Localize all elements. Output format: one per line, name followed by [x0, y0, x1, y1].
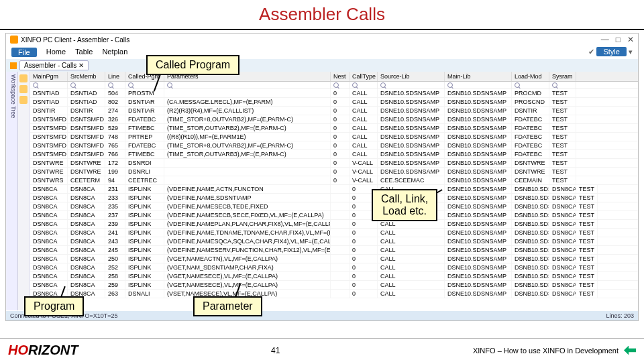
table-row[interactable]: DSNTSMFDDSNTSMFD766FTIMEBC(TIME_STOR,OUT… — [30, 150, 638, 159]
table-row[interactable]: DSNTIADDSNTIAD802DSNTIAR(CA.MESSAGE.LREC… — [30, 98, 638, 107]
col-source-lib[interactable]: Source-Lib — [378, 72, 445, 81]
col-nest[interactable]: Nest — [331, 72, 350, 81]
statusbar: Connected to POSE1, XINFO=X10T=25 Lines:… — [6, 311, 638, 320]
maximize-icon[interactable]: □ — [616, 35, 621, 44]
tool-icon-3[interactable] — [19, 96, 28, 104]
footer-brand: HORIZONT — [8, 343, 78, 358]
app-icon — [10, 36, 18, 44]
nav-back-icon[interactable] — [624, 346, 636, 355]
table-row[interactable]: DSN8CADSN8CA241ISPLINK(VDEFINE,NAME,TDNA… — [30, 229, 638, 237]
table-row[interactable]: DSN8CADSN8CA233ISPLINK(VDEFINE,NAME,SDSN… — [30, 194, 638, 202]
menu-home[interactable]: Home — [46, 48, 66, 57]
table-row[interactable]: DSNTIRDSNTIR274DSNTIAR(R2)(R3)(R4),MF=(E… — [30, 107, 638, 115]
col-srcmemb[interactable]: SrcMemb — [68, 72, 105, 81]
filter-mainpgm[interactable] — [30, 82, 68, 88]
app-window: XINFO PC Client - Assembler - Calls — □ … — [5, 33, 639, 321]
table-row[interactable]: DSN8CADSN8CA259ISPLINK(VGET,NAMESECE),VL… — [30, 281, 638, 290]
menu-table[interactable]: Table — [75, 48, 93, 57]
close-icon[interactable]: ✕ — [627, 35, 634, 44]
sidebar-workspace-tree[interactable]: Workspace Tree — [6, 72, 18, 310]
filter-called-pgm[interactable] — [125, 82, 164, 88]
filter-load-mod[interactable] — [512, 82, 549, 88]
table-row[interactable]: DSN8CADSN8CA258ISPLINK(VGET,NAMESECE),VL… — [30, 272, 638, 281]
grid-filter-row — [30, 82, 638, 89]
menubar: File Home Table Netplan ✔ Style ▾ — [6, 46, 638, 59]
workspace: Workspace Tree MainPgmSrcMembLineCalled-… — [6, 72, 638, 310]
table-row[interactable]: DSN8CADSN8CA239ISPLINK(VDEFINE,NAMEPLAN,… — [30, 220, 638, 229]
table-row[interactable]: DSNTSMFDDSNTSMFD765FDATEBC(TIME_STOR+8,O… — [30, 141, 638, 150]
sidebar-tool-icons — [18, 72, 30, 310]
col-mainpgm[interactable]: MainPgm — [30, 72, 68, 81]
table-row[interactable]: DSN8CADSN8CA245ISPLINK(VDEFINE,NAMESERV,… — [30, 246, 638, 255]
table-row[interactable]: DSN8CADSN8CA235ISPLINK(VDEFINE,NAMESECB,… — [30, 202, 638, 211]
window-title: XINFO PC Client - Assembler - Calls — [21, 36, 129, 44]
grid-body: DSNTIADDSNTIAD504PROSTM0CALLDSNE10.SDSNS… — [30, 89, 638, 298]
tab-assembler-calls[interactable]: Assembler - Calls ✕ — [19, 60, 89, 70]
table-row[interactable]: DSNTSMFDDSNTSMFD748PRTREP((R8)(R10)),MF=… — [30, 133, 638, 141]
menu-file[interactable]: File — [11, 48, 37, 57]
callout-parameter: Parameter — [193, 296, 262, 316]
filter-nest[interactable] — [331, 82, 350, 88]
titlebar: XINFO PC Client - Assembler - Calls — □ … — [6, 34, 638, 46]
tool-icon-2[interactable] — [19, 85, 28, 93]
callout-called-program: Called Program — [146, 55, 239, 75]
status-right: Lines: 203 — [606, 312, 634, 319]
grid-header: MainPgmSrcMembLineCalled-PgmParametersNe… — [30, 72, 638, 82]
tool-icon-1[interactable] — [19, 74, 28, 82]
table-row[interactable]: DSN8CADSN8CA243ISPLINK(VDEFINE,NAMESQCA,… — [30, 237, 638, 246]
tree-icon[interactable] — [10, 62, 17, 69]
table-row[interactable]: DSN8CADSN8CA231ISPLINK(VDEFINE,NAME,ACTN… — [30, 185, 638, 194]
menu-style[interactable]: ✔ Style ▾ — [588, 48, 633, 57]
col-main-lib[interactable]: Main-Lib — [445, 72, 512, 81]
tabbar: Assembler - Calls ✕ — [6, 59, 638, 72]
filter-parameters[interactable] — [164, 82, 331, 88]
table-row[interactable]: DSNTSMFDDSNTSMFD326FDATEBC(TIME_STOR+8,O… — [30, 115, 638, 124]
menu-netplan[interactable]: Netplan — [102, 48, 127, 57]
filter-source-lib[interactable] — [378, 82, 445, 88]
table-row[interactable]: DSNTWREDSNTWRE172DSNRDI0V-CALLDSNE10.SDS… — [30, 159, 638, 168]
callout-program: Program — [24, 296, 84, 316]
col-sysram[interactable]: Sysram — [549, 72, 576, 81]
filter-calltype[interactable] — [350, 82, 378, 88]
footer-page: 41 — [271, 346, 280, 355]
callout-call-link: Call, Link, Load etc. — [372, 189, 437, 221]
window-controls[interactable]: — □ ✕ — [601, 35, 634, 44]
filter-srcmemb[interactable] — [68, 82, 105, 88]
table-row[interactable]: DSN8CADSN8CA250ISPLINK(VGET,NAMEACTN),VL… — [30, 255, 638, 263]
slide-title: Assembler Calls — [0, 0, 644, 29]
col-line[interactable]: Line — [105, 72, 125, 81]
filter-main-lib[interactable] — [445, 82, 512, 88]
table-row[interactable]: DSNTWREDSNTWRE199DSNRLI0V-CALLDSNE10.SDS… — [30, 168, 638, 176]
table-row[interactable]: DSNTWRSCEETERM94CEETREC0V-CALLCEE.SCEEMA… — [30, 176, 638, 185]
table-row[interactable]: DSNTSMFDDSNTSMFD529FTIMEBC(TIME_STOR,OUT… — [30, 124, 638, 133]
footer-right: XINFO – How to use XINFO in Development — [473, 346, 636, 355]
table-row[interactable]: DSN8CADSN8CA263DSNALI(VSET,NAMESECE),VL,… — [30, 290, 638, 298]
footer: HORIZONT 41 XINFO – How to use XINFO in … — [0, 338, 644, 362]
col-load-mod[interactable]: Load-Mod — [512, 72, 549, 81]
table-row[interactable]: DSN8CADSN8CA237ISPLINK(VDEFINE,NAMESECB,… — [30, 211, 638, 220]
table-row[interactable]: DSN8CADSN8CA252ISPLINK(VGET,NAM_SDSNTIAM… — [30, 263, 638, 272]
filter-sysram[interactable] — [549, 82, 576, 88]
title-rule — [0, 29, 644, 30]
table-row[interactable]: DSNTIADDSNTIAD504PROSTM0CALLDSNE10.SDSNS… — [30, 89, 638, 98]
col-calltype[interactable]: CallType — [350, 72, 378, 81]
minimize-icon[interactable]: — — [601, 35, 609, 44]
filter-line[interactable] — [105, 82, 125, 88]
grid: MainPgmSrcMembLineCalled-PgmParametersNe… — [30, 72, 638, 310]
